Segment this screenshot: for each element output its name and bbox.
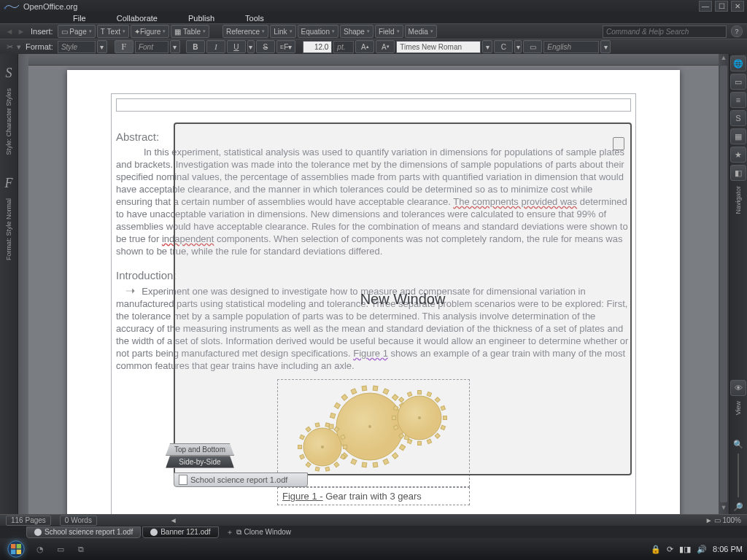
tool-5-icon[interactable]: ★	[730, 147, 746, 163]
tray-sync-icon[interactable]: ⟳	[667, 545, 673, 554]
view-label[interactable]: View	[735, 398, 742, 418]
menu-file[interactable]: File	[73, 14, 86, 23]
taskbar-app-1-icon[interactable]: ◔	[32, 541, 48, 557]
font-dropdown-icon[interactable]: ▾	[170, 40, 180, 53]
scroll-right-icon[interactable]: ►	[705, 516, 713, 524]
scrollbar-thumb[interactable]	[720, 66, 727, 502]
effects-button[interactable]: EF▾	[276, 40, 295, 53]
strike-button[interactable]: S	[256, 40, 275, 53]
tray-lock-icon[interactable]: 🔒	[651, 545, 661, 554]
insert-equation[interactable]: Equation	[298, 25, 338, 38]
scroll-up-icon[interactable]: ▲	[719, 54, 729, 64]
menu-tools[interactable]: Tools	[245, 14, 264, 23]
help-icon[interactable]: ?	[731, 26, 743, 37]
styles-tab-label[interactable]: Style: Character Styles	[5, 85, 12, 158]
maximize-button[interactable]: ☐	[715, 1, 728, 12]
zoom-out-icon[interactable]: 🔎	[731, 499, 746, 514]
back-icon[interactable]: ◄	[4, 26, 15, 36]
menu-publish[interactable]: Publish	[188, 14, 214, 23]
brush-icon[interactable]: ▾	[17, 42, 21, 52]
forward-icon[interactable]: ►	[16, 26, 26, 36]
family-dropdown-icon[interactable]: ▾	[482, 40, 492, 53]
svg-rect-43	[444, 416, 447, 420]
doc-icon	[34, 529, 42, 536]
scroll-left-icon[interactable]: ◄	[170, 516, 177, 524]
size-unit[interactable]: pt.	[333, 41, 354, 53]
font-family-select[interactable]: Times New Roman	[396, 41, 481, 53]
mode-side-by-side[interactable]: Side-by-Side	[166, 456, 234, 468]
page-header-region[interactable]	[116, 98, 631, 112]
windows-taskbar: ◔ ▭ ⧉ 🔒 ⟳ ▮◨ 🔊 8:06 PM	[0, 538, 747, 560]
tool-2-icon[interactable]: ≡	[730, 92, 746, 108]
tool-4-icon[interactable]: ▦	[730, 128, 746, 144]
color-button[interactable]: C	[494, 40, 513, 53]
zoom-in-icon[interactable]: 🔍	[731, 437, 746, 451]
format-tab-icon[interactable]: F	[5, 176, 13, 191]
language-select[interactable]: English	[543, 41, 599, 53]
size-input[interactable]: 12.0	[303, 41, 332, 53]
taskbar-app-3-icon[interactable]: ⧉	[73, 541, 89, 557]
style-tab-icon[interactable]: S	[6, 66, 12, 81]
insert-page[interactable]: ▭ Page	[58, 25, 96, 38]
globe-icon[interactable]: 🌐	[730, 55, 746, 71]
zoom-pct[interactable]: ▭ 100%	[714, 516, 741, 524]
underline-button[interactable]: U	[227, 40, 246, 53]
svg-rect-33	[300, 454, 305, 459]
underline-dropdown[interactable]: ▾	[247, 40, 255, 53]
navigator-label[interactable]: Navigator	[735, 183, 742, 217]
eye-icon[interactable]: 👁	[730, 380, 746, 396]
insert-field[interactable]: Field	[375, 25, 403, 38]
svg-rect-35	[300, 435, 305, 440]
insert-figure[interactable]: ✦Figure	[131, 25, 169, 38]
style-select[interactable]: Style	[58, 41, 96, 53]
start-button[interactable]	[4, 539, 28, 559]
document-canvas[interactable]: Abstract: In this experiment, statistica…	[28, 66, 719, 514]
insert-text[interactable]: T Text	[97, 25, 129, 38]
insert-shape[interactable]: Shape	[340, 25, 374, 38]
format-tab-label[interactable]: Format: Style Normal	[5, 195, 12, 263]
color-dropdown[interactable]: ▾	[514, 40, 522, 53]
right-toolbox: 🌐 ▭ ≡ S ▦ ★ ◧ Navigator 👁 View 🔍 🔎	[729, 54, 747, 514]
tool-6-icon[interactable]: ◧	[730, 165, 746, 181]
taskbar-app-2-icon[interactable]: ▭	[53, 541, 69, 557]
insert-media[interactable]: Media	[405, 25, 437, 38]
insert-reference[interactable]: Reference	[222, 25, 268, 38]
tray-volume-icon[interactable]: 🔊	[697, 545, 707, 554]
cut-icon[interactable]: ✂	[4, 42, 15, 52]
svg-rect-27	[344, 446, 347, 449]
clone-window-button[interactable]: ＋⧉ Clone Window	[220, 527, 297, 537]
minimize-button[interactable]: —	[699, 1, 712, 12]
horizontal-ruler[interactable]	[28, 54, 719, 66]
insert-link[interactable]: Link	[270, 25, 295, 38]
decrease-size[interactable]: A▾	[376, 40, 395, 53]
figure-caption[interactable]: Figure 1 - Gear train with 3 gears	[277, 487, 470, 505]
tool-3-icon[interactable]: S	[730, 110, 746, 126]
font-select[interactable]: Font	[135, 41, 169, 53]
ghost-window-tab[interactable]: School science report 1.odf	[174, 472, 308, 487]
gear-illustration	[282, 384, 457, 479]
zoom-slider[interactable]	[738, 454, 739, 497]
italic-button[interactable]: I	[206, 40, 225, 53]
bold-button[interactable]: B	[186, 40, 205, 53]
menu-bar: File Collaborate Publish Tools	[0, 12, 747, 23]
figure-box[interactable]	[277, 379, 470, 487]
lang-dropdown-icon[interactable]: ▾	[600, 40, 611, 53]
svg-rect-34	[298, 446, 302, 449]
layout-mode-tabs: Top and Bottom Side-by-Side	[166, 443, 234, 468]
menu-collaborate[interactable]: Collaborate	[117, 14, 158, 23]
close-button[interactable]: ✕	[731, 1, 744, 12]
scroll-down-icon[interactable]: ▼	[719, 504, 729, 514]
tray-battery-icon[interactable]: ▮◨	[679, 545, 691, 554]
highlight-button[interactable]: ▭	[523, 40, 542, 53]
style-dropdown-icon[interactable]: ▾	[97, 40, 107, 53]
doc-icon	[179, 475, 187, 485]
increase-size[interactable]: A▴	[355, 40, 374, 53]
search-input[interactable]: Command & Help Search	[603, 26, 727, 38]
font-glyph-icon: F	[115, 40, 133, 53]
doc-tab-2[interactable]: Banner 121.odf	[142, 526, 218, 538]
tray-clock[interactable]: 8:06 PM	[713, 545, 743, 553]
mode-top-bottom[interactable]: Top and Bottom	[166, 443, 234, 456]
tool-1-icon[interactable]: ▭	[730, 74, 746, 90]
insert-table[interactable]: ▦ Table	[171, 25, 209, 38]
doc-tab-1[interactable]: School science report 1.odf	[26, 526, 141, 538]
